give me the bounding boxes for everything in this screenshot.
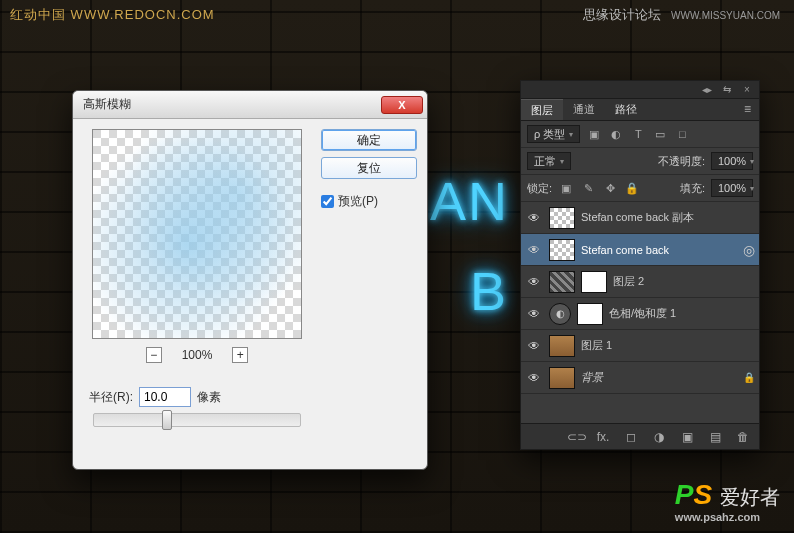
- layer-thumbnail[interactable]: [549, 239, 575, 261]
- tab-channels[interactable]: 通道: [563, 99, 605, 120]
- smart-filter-icon[interactable]: ◎: [743, 242, 755, 258]
- radius-unit: 像素: [197, 389, 221, 406]
- plus-icon: +: [237, 348, 244, 362]
- blur-preview-content: [93, 130, 301, 338]
- panel-top-controls: ◂▸ ⇆ ×: [521, 81, 759, 99]
- caret-icon: ▾: [750, 157, 754, 166]
- filter-adjust-icon[interactable]: ◐: [608, 128, 624, 141]
- layer-name[interactable]: Stefan come back 副本: [581, 210, 755, 225]
- filter-kind-label: ρ 类型: [534, 127, 565, 142]
- close-icon: X: [398, 99, 405, 111]
- layers-panel: ◂▸ ⇆ × 图层 通道 路径 ≡ ρ 类型 ▾ ▣ ◐ T ▭ □ 正常 ▾ …: [520, 80, 760, 450]
- blur-preview[interactable]: [92, 129, 302, 339]
- layer-mask-thumbnail[interactable]: [577, 303, 603, 325]
- panel-collapse-icon[interactable]: ◂▸: [701, 83, 713, 95]
- zoom-out-button[interactable]: −: [146, 347, 162, 363]
- watermark-top-right: 思缘设计论坛 WWW.MISSYUAN.COM: [583, 6, 780, 24]
- caret-icon: ▾: [569, 130, 573, 139]
- layer-row[interactable]: 👁◐色相/饱和度 1: [521, 298, 759, 330]
- radius-label: 半径(R):: [89, 389, 133, 406]
- filter-smart-icon[interactable]: □: [674, 128, 690, 140]
- close-button[interactable]: X: [381, 96, 423, 114]
- layer-row[interactable]: 👁图层 1: [521, 330, 759, 362]
- footer-link-icon[interactable]: ⊂⊃: [567, 430, 583, 444]
- caret-icon: ▾: [750, 184, 754, 193]
- fill-value: 100%: [718, 182, 746, 194]
- panel-menu-icon[interactable]: ≡: [736, 99, 759, 120]
- footer-group-icon[interactable]: ▣: [679, 430, 695, 444]
- filter-shape-icon[interactable]: ▭: [652, 128, 668, 141]
- layer-name[interactable]: 背景: [581, 370, 737, 385]
- layer-row[interactable]: 👁图层 2: [521, 266, 759, 298]
- layer-thumbnail[interactable]: [549, 367, 575, 389]
- logo-p: P: [675, 479, 694, 510]
- minus-icon: −: [150, 348, 157, 362]
- visibility-toggle[interactable]: 👁: [525, 307, 543, 321]
- layer-name[interactable]: Stefan come back: [581, 244, 737, 256]
- watermark-top-right-url: WWW.MISSYUAN.COM: [671, 10, 780, 21]
- dialog-title: 高斯模糊: [83, 96, 131, 113]
- fill-input[interactable]: 100% ▾: [711, 179, 753, 197]
- preview-checkbox-row[interactable]: 预览(P): [321, 193, 417, 210]
- preview-label: 预览(P): [338, 193, 378, 210]
- layer-mask-thumbnail[interactable]: [581, 271, 607, 293]
- layers-list: 👁Stefan come back 副本👁Stefan come back◎👁图…: [521, 202, 759, 428]
- adjustment-icon: ◐: [549, 303, 571, 325]
- panel-tabs: 图层 通道 路径 ≡: [521, 99, 759, 121]
- layer-row[interactable]: 👁Stefan come back 副本: [521, 202, 759, 234]
- lock-move-icon[interactable]: ✥: [602, 182, 618, 195]
- lock-icon: 🔒: [743, 372, 755, 383]
- dialog-titlebar[interactable]: 高斯模糊 X: [73, 91, 427, 119]
- watermark-top-right-cn: 思缘设计论坛: [583, 7, 661, 22]
- bottom-logo: PS 爱好者 www.psahz.com: [675, 479, 780, 523]
- reset-button[interactable]: 复位: [321, 157, 417, 179]
- layer-thumbnail[interactable]: [549, 271, 575, 293]
- panel-footer: ⊂⊃ fx. ◻ ◑ ▣ ▤ 🗑: [521, 423, 759, 449]
- footer-adjust-icon[interactable]: ◑: [651, 430, 667, 444]
- visibility-toggle[interactable]: 👁: [525, 275, 543, 289]
- layer-row[interactable]: 👁Stefan come back◎: [521, 234, 759, 266]
- watermark-top-left: 红动中国 WWW.REDOCN.COM: [10, 6, 215, 24]
- lock-label: 锁定:: [527, 181, 552, 196]
- layer-row[interactable]: 👁背景🔒: [521, 362, 759, 394]
- lock-trans-icon[interactable]: ▣: [558, 182, 574, 195]
- neon-text-1: AN: [430, 170, 509, 232]
- blend-mode-select[interactable]: 正常 ▾: [527, 152, 571, 170]
- visibility-toggle[interactable]: 👁: [525, 211, 543, 225]
- tab-layers[interactable]: 图层: [521, 99, 563, 120]
- filter-pixel-icon[interactable]: ▣: [586, 128, 602, 141]
- radius-input[interactable]: [139, 387, 191, 407]
- fill-label: 填充:: [680, 181, 705, 196]
- visibility-toggle[interactable]: 👁: [525, 371, 543, 385]
- ok-button[interactable]: 确定: [321, 129, 417, 151]
- filter-text-icon[interactable]: T: [630, 128, 646, 140]
- filter-kind-select[interactable]: ρ 类型 ▾: [527, 125, 580, 143]
- tab-paths[interactable]: 路径: [605, 99, 647, 120]
- visibility-toggle[interactable]: 👁: [525, 243, 543, 257]
- radius-slider[interactable]: [93, 413, 301, 427]
- slider-thumb[interactable]: [162, 410, 172, 430]
- logo-rest: 爱好者: [720, 486, 780, 508]
- layer-thumbnail[interactable]: [549, 335, 575, 357]
- footer-fx-icon[interactable]: fx.: [595, 430, 611, 444]
- visibility-toggle[interactable]: 👁: [525, 339, 543, 353]
- opacity-label: 不透明度:: [658, 154, 705, 169]
- preview-checkbox[interactable]: [321, 195, 334, 208]
- opacity-value: 100%: [718, 155, 746, 167]
- logo-s: S: [694, 479, 713, 510]
- footer-new-icon[interactable]: ▤: [707, 430, 723, 444]
- layer-name[interactable]: 图层 1: [581, 338, 755, 353]
- footer-trash-icon[interactable]: 🗑: [735, 430, 751, 444]
- layer-name[interactable]: 色相/饱和度 1: [609, 306, 755, 321]
- opacity-input[interactable]: 100% ▾: [711, 152, 753, 170]
- layer-name[interactable]: 图层 2: [613, 274, 755, 289]
- lock-all-icon[interactable]: 🔒: [624, 182, 640, 195]
- zoom-in-button[interactable]: +: [232, 347, 248, 363]
- gaussian-blur-dialog: 高斯模糊 X − 100% + 半径(R): 像素 确定: [72, 90, 428, 470]
- lock-paint-icon[interactable]: ✎: [580, 182, 596, 195]
- panel-close-icon[interactable]: ×: [741, 83, 753, 95]
- panel-switch-icon[interactable]: ⇆: [721, 83, 733, 95]
- blend-mode-value: 正常: [534, 154, 556, 169]
- footer-mask-icon[interactable]: ◻: [623, 430, 639, 444]
- layer-thumbnail[interactable]: [549, 207, 575, 229]
